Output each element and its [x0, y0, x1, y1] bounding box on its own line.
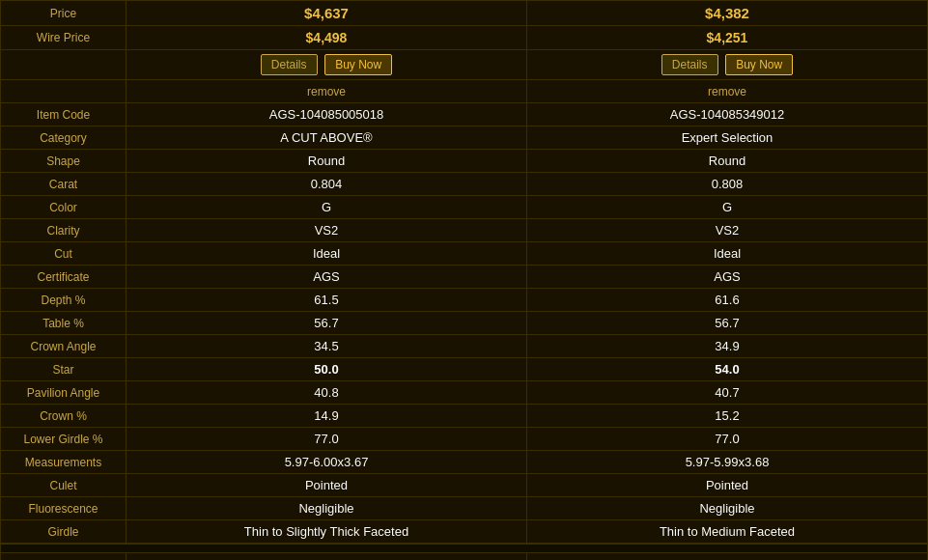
- table-pct-col2: 56.7: [527, 312, 928, 335]
- carat-col2: 0.808: [527, 173, 928, 196]
- crown-angle-row: Crown Angle 34.5 34.9: [1, 335, 928, 358]
- cut-label: Cut: [1, 242, 127, 266]
- price-col2: $4,382: [705, 5, 749, 21]
- pavilion-angle-row: Pavilion Angle 40.8 40.7: [1, 381, 928, 405]
- clarity-row: Clarity VS2 VS2: [1, 219, 928, 242]
- fluorescence-row: Fluorescence Negligible Negligible: [1, 497, 928, 520]
- color-label: Color: [1, 196, 127, 219]
- shape-col2: Round: [527, 150, 928, 173]
- star-col2: 54.0: [527, 358, 928, 381]
- buynow-button-col2[interactable]: Buy Now: [725, 54, 793, 75]
- star-row: Star 50.0 54.0: [1, 358, 928, 381]
- category-col1: A CUT ABOVE®: [127, 126, 527, 150]
- buttons-col2: Details Buy Now: [527, 50, 928, 80]
- wire-price-value-col2: $4,251: [707, 30, 748, 45]
- buttons-label-empty: [1, 50, 127, 80]
- culet-row: Culet Pointed Pointed: [1, 474, 928, 497]
- remove-link-col1[interactable]: remove: [307, 85, 346, 98]
- shape-col1: Round: [127, 150, 527, 173]
- certificate-col1: AGS: [127, 266, 527, 289]
- details-button-col1[interactable]: Details: [261, 54, 318, 75]
- depth-pct-col1: 61.5: [127, 289, 527, 312]
- culet-col1: Pointed: [127, 474, 527, 497]
- remove-row: remove remove: [1, 80, 928, 103]
- color-col1: G: [127, 196, 527, 219]
- remove-col1: remove: [127, 80, 527, 103]
- remove-link-col2[interactable]: remove: [708, 85, 746, 98]
- price-label: Price: [1, 1, 127, 26]
- certificate-label: Certificate: [1, 266, 127, 289]
- category-label: Category: [1, 126, 127, 150]
- table-pct-row: Table % 56.7 56.7: [1, 312, 928, 335]
- crown-pct-col1: 14.9: [127, 405, 527, 428]
- item-code-col1: AGS-104085005018: [127, 103, 527, 126]
- category-col2: Expert Selection: [527, 126, 928, 150]
- crown-angle-col1: 34.5: [127, 335, 527, 358]
- price-value-col1: $4,637: [127, 1, 527, 26]
- details-button-col2[interactable]: Details: [661, 54, 718, 75]
- table-pct-col1: 56.7: [127, 312, 527, 335]
- fluorescence-col1: Negligible: [127, 497, 527, 520]
- cut-col1: Ideal: [127, 242, 527, 266]
- light-performance-row: Light Performance Ideal Ideal: [1, 553, 928, 561]
- clarity-col1: VS2: [127, 219, 527, 242]
- pavilion-angle-col2: 40.7: [527, 381, 928, 405]
- section-divider: [1, 544, 928, 553]
- lower-girdle-pct-label: Lower Girdle %: [1, 428, 127, 451]
- crown-pct-col2: 15.2: [527, 405, 928, 428]
- girdle-label: Girdle: [1, 520, 127, 545]
- remove-col2: remove: [527, 80, 928, 103]
- lower-girdle-pct-col1: 77.0: [127, 428, 527, 451]
- buynow-button-col1[interactable]: Buy Now: [324, 54, 392, 75]
- star-label: Star: [1, 358, 127, 381]
- crown-angle-col2: 34.9: [527, 335, 928, 358]
- category-row: Category A CUT ABOVE® Expert Selection: [1, 126, 928, 150]
- girdle-row: Girdle Thin to Slightly Thick Faceted Th…: [1, 520, 928, 545]
- pavilion-angle-col1: 40.8: [127, 381, 527, 405]
- carat-label: Carat: [1, 173, 127, 196]
- light-performance-label: Light Performance: [1, 553, 127, 561]
- depth-pct-col2: 61.6: [527, 289, 928, 312]
- wire-price-label: Wire Price: [1, 26, 127, 50]
- depth-pct-label: Depth %: [1, 289, 127, 312]
- pavilion-angle-label: Pavilion Angle: [1, 381, 127, 405]
- table-pct-label: Table %: [1, 312, 127, 335]
- crown-pct-row: Crown % 14.9 15.2: [1, 405, 928, 428]
- buttons-col1: Details Buy Now: [127, 50, 527, 80]
- certificate-col2: AGS: [527, 266, 928, 289]
- culet-label: Culet: [1, 474, 127, 497]
- divider-cell: [1, 544, 928, 553]
- star-col1: 50.0: [127, 358, 527, 381]
- depth-pct-row: Depth % 61.5 61.6: [1, 289, 928, 312]
- price-value-col2: $4,382: [527, 1, 928, 26]
- price-col1: $4,637: [304, 5, 349, 21]
- item-code-row: Item Code AGS-104085005018 AGS-104085349…: [1, 103, 928, 126]
- lower-girdle-pct-col2: 77.0: [527, 428, 928, 451]
- measurements-col2: 5.97-5.99x3.68: [527, 451, 928, 474]
- light-performance-col1: Ideal: [127, 553, 527, 561]
- girdle-col1: Thin to Slightly Thick Faceted: [127, 520, 527, 545]
- crown-pct-label: Crown %: [1, 405, 127, 428]
- wire-price-col2: $4,251: [527, 26, 928, 50]
- cut-row: Cut Ideal Ideal: [1, 242, 928, 266]
- fluorescence-label: Fluorescence: [1, 497, 127, 520]
- shape-label: Shape: [1, 150, 127, 173]
- carat-col1: 0.804: [127, 173, 527, 196]
- wire-price-value-col1: $4,498: [306, 30, 348, 45]
- measurements-label: Measurements: [1, 451, 127, 474]
- measurements-col1: 5.97-6.00x3.67: [127, 451, 527, 474]
- item-code-col2: AGS-104085349012: [527, 103, 928, 126]
- light-performance-col2: Ideal: [527, 553, 928, 561]
- color-row: Color G G: [1, 196, 928, 219]
- lower-girdle-pct-row: Lower Girdle % 77.0 77.0: [1, 428, 928, 451]
- culet-col2: Pointed: [527, 474, 928, 497]
- carat-row: Carat 0.804 0.808: [1, 173, 928, 196]
- buttons-row: Details Buy Now Details Buy Now: [1, 50, 928, 80]
- wire-price-col1: $4,498: [127, 26, 527, 50]
- color-col2: G: [527, 196, 928, 219]
- cut-col2: Ideal: [527, 242, 928, 266]
- item-code-label: Item Code: [1, 103, 127, 126]
- wire-price-row: Wire Price $4,498 $4,251: [1, 26, 928, 50]
- girdle-col2: Thin to Medium Faceted: [527, 520, 928, 545]
- certificate-row: Certificate AGS AGS: [1, 266, 928, 289]
